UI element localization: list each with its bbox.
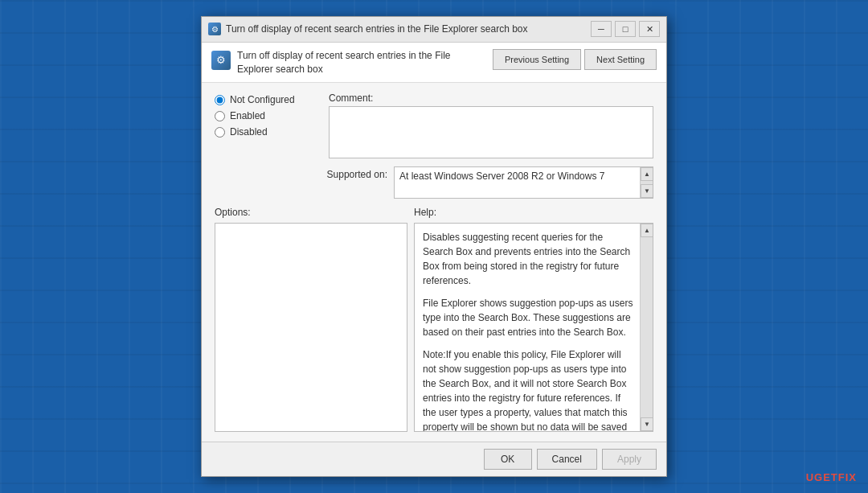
radio-enabled-input[interactable]	[215, 111, 225, 121]
header-buttons: Previous Setting Next Setting	[493, 49, 657, 70]
title-bar-controls: ─ □ ✕	[591, 21, 660, 37]
dialog-icon	[208, 23, 221, 35]
bottom-section: Options: Help: Disables suggesting recen…	[215, 207, 653, 432]
dialog-body: Not Configured Enabled Disabled Comment:…	[202, 83, 666, 442]
options-section: Options:	[215, 207, 407, 432]
close-button[interactable]: ✕	[639, 21, 660, 37]
title-bar-left: Turn off display of recent search entrie…	[208, 23, 528, 35]
radio-disabled[interactable]: Disabled	[215, 126, 319, 138]
help-scroll-up[interactable]: ▲	[641, 224, 653, 237]
title-bar: Turn off display of recent search entrie…	[202, 17, 666, 43]
watermark-prefix: UGET	[806, 471, 838, 483]
comment-textarea[interactable]	[329, 106, 653, 158]
header-title-text: Turn off display of recent search entrie…	[237, 49, 485, 76]
radio-not-configured-label: Not Configured	[230, 94, 295, 105]
dialog-window: Turn off display of recent search entrie…	[201, 16, 667, 478]
help-scroll-down[interactable]: ▼	[641, 417, 653, 431]
options-label: Options:	[215, 207, 407, 218]
help-scrollbar: ▲ ▼	[640, 224, 653, 431]
supported-text: At least Windows Server 2008 R2 or Windo…	[395, 167, 653, 185]
help-paragraph-2: File Explorer shows suggestion pop-ups a…	[423, 296, 635, 339]
watermark-suffix: FIX	[838, 471, 857, 483]
dialog-header: Turn off display of recent search entrie…	[202, 43, 666, 84]
radio-enabled-label: Enabled	[230, 110, 265, 121]
radio-group: Not Configured Enabled Disabled	[215, 92, 319, 158]
ok-button[interactable]: OK	[484, 449, 532, 470]
help-text: Disables suggesting recent queries for t…	[415, 224, 653, 432]
radio-disabled-label: Disabled	[230, 126, 268, 138]
dialog-title: Turn off display of recent search entrie…	[226, 23, 528, 35]
help-section: Help: Disables suggesting recent queries…	[414, 207, 653, 432]
comment-label: Comment:	[329, 92, 653, 104]
help-paragraph-3: Note:If you enable this policy, File Exp…	[423, 347, 635, 432]
watermark: UGETFIX	[806, 471, 857, 483]
supported-field: At least Windows Server 2008 R2 or Windo…	[394, 166, 653, 199]
options-box	[215, 223, 407, 432]
help-box: Disables suggesting recent queries for t…	[414, 223, 653, 432]
supported-section: Supported on: At least Windows Server 20…	[319, 166, 653, 199]
supported-scrollbar: ▲ ▼	[640, 167, 653, 198]
previous-setting-button[interactable]: Previous Setting	[493, 49, 581, 70]
radio-not-configured[interactable]: Not Configured	[215, 94, 319, 105]
cancel-button[interactable]: Cancel	[537, 449, 597, 470]
top-section: Not Configured Enabled Disabled Comment:	[215, 92, 653, 158]
comment-section: Comment:	[329, 92, 653, 158]
help-paragraph-1: Disables suggesting recent queries for t…	[423, 230, 635, 288]
supported-scroll-down[interactable]: ▼	[641, 184, 653, 198]
supported-label: Supported on:	[319, 166, 387, 180]
radio-enabled[interactable]: Enabled	[215, 110, 319, 121]
maximize-button[interactable]: □	[615, 21, 636, 37]
next-setting-button[interactable]: Next Setting	[584, 49, 657, 70]
apply-button[interactable]: Apply	[602, 449, 657, 470]
help-scroll-thumb-area	[641, 237, 653, 417]
dialog-footer: OK Cancel Apply	[202, 442, 666, 476]
radio-disabled-input[interactable]	[215, 127, 225, 138]
minimize-button[interactable]: ─	[591, 21, 612, 37]
radio-not-configured-input[interactable]	[215, 95, 225, 105]
header-icon	[211, 51, 231, 70]
supported-scroll-up[interactable]: ▲	[641, 167, 653, 181]
help-label: Help:	[414, 207, 653, 218]
header-title-area: Turn off display of recent search entrie…	[211, 49, 485, 76]
header-icon-inner	[211, 51, 231, 70]
